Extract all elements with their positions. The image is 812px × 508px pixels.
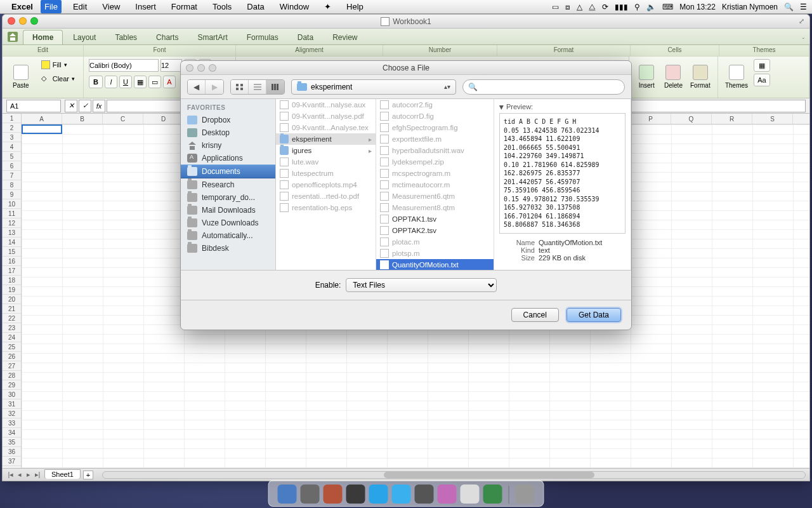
fx-button[interactable]: fx — [93, 100, 105, 112]
row-header[interactable]: 32 — [3, 409, 21, 418]
row-header[interactable]: 31 — [3, 399, 21, 409]
row-header[interactable]: 9 — [3, 190, 21, 199]
file-item[interactable]: mcspectrogram.m — [376, 168, 494, 179]
cancel-formula-button[interactable]: ✕ — [65, 100, 77, 112]
tab-smartart[interactable]: SmartArt — [188, 30, 236, 44]
column-header[interactable]: Q — [671, 114, 712, 124]
add-sheet-button[interactable]: + — [83, 471, 93, 479]
column-header[interactable]: D — [143, 114, 184, 124]
dock-excel-icon[interactable] — [483, 485, 502, 504]
row-header[interactable]: 28 — [3, 371, 21, 380]
file-item[interactable]: plotsp.m — [376, 248, 494, 259]
ribbon-expand-icon[interactable]: ˇ — [802, 37, 804, 44]
forward-button[interactable]: ▶ — [206, 80, 223, 94]
row-header[interactable]: 26 — [3, 352, 21, 361]
sidebar-item[interactable]: Dropbox — [181, 114, 275, 126]
menu-format[interactable]: Format — [167, 0, 201, 13]
insert-cells-button[interactable]: Insert — [634, 59, 658, 95]
row-header[interactable]: 33 — [3, 418, 21, 428]
column-header[interactable]: C — [103, 114, 143, 124]
file-item[interactable]: resentation-bg.eps — [276, 202, 376, 213]
sheet-nav[interactable]: |◂◂▸▸| — [6, 471, 42, 479]
row-header[interactable]: 16 — [3, 257, 21, 266]
dock-finder-icon[interactable] — [278, 485, 297, 504]
menu-edit[interactable]: Edit — [69, 0, 91, 13]
font-size-select[interactable] — [160, 59, 182, 72]
sidebar-item[interactable]: Desktop — [181, 126, 275, 139]
row-header[interactable]: 10 — [3, 199, 21, 209]
file-item[interactable]: 09-Kvantit...nalyse.aux — [276, 99, 376, 110]
status-dropbox-icon[interactable]: ⧈ — [565, 3, 570, 11]
sidebar-item[interactable]: temporary_do... — [181, 191, 275, 204]
name-box[interactable]: A1 — [6, 100, 61, 112]
row-header[interactable]: 3 — [3, 133, 21, 142]
row-header[interactable]: 11 — [3, 209, 21, 218]
back-button[interactable]: ◀ — [188, 80, 206, 94]
row-header[interactable]: 2 — [3, 123, 21, 133]
close-icon[interactable] — [8, 17, 15, 25]
file-item[interactable]: plotac.m — [376, 236, 494, 248]
row-header[interactable]: 20 — [3, 295, 21, 304]
row-header[interactable]: 24 — [3, 333, 21, 342]
menu-script-icon[interactable]: ✦ — [320, 0, 335, 13]
themes-button[interactable]: Themes — [723, 59, 750, 95]
row-header[interactable]: 25 — [3, 342, 21, 352]
zoom-icon[interactable] — [30, 17, 38, 25]
paste-button[interactable]: Paste — [8, 59, 34, 95]
row-header[interactable]: 23 — [3, 323, 21, 333]
enable-select[interactable]: Text Files — [346, 278, 497, 292]
file-item[interactable]: Measurement6.qtm — [376, 190, 494, 202]
menu-tools[interactable]: Tools — [209, 0, 235, 13]
status-user[interactable]: Kristian Nymoen — [722, 3, 778, 11]
file-item[interactable]: OPPTAK1.tsv — [376, 213, 494, 225]
fill-button[interactable]: Fill▾ — [38, 59, 78, 70]
row-header[interactable]: 30 — [3, 390, 21, 399]
list-view-button[interactable] — [249, 80, 266, 94]
file-item[interactable]: 09-Kvantit...nalyse.pdf — [276, 110, 376, 122]
theme-colors-button[interactable]: ▦ — [754, 59, 770, 72]
column-header[interactable]: P — [631, 114, 671, 124]
row-header[interactable]: 21 — [3, 304, 21, 314]
font-name-select[interactable] — [89, 59, 159, 72]
search-field[interactable]: 🔍 — [462, 79, 625, 95]
search-input[interactable] — [481, 83, 619, 91]
file-item[interactable]: autocorrD.fig — [376, 110, 494, 122]
file-item[interactable]: openofficeplots.mp4 — [276, 179, 376, 190]
column-1[interactable]: 09-Kvantit...nalyse.aux09-Kvantit...naly… — [276, 99, 376, 270]
format-cells-button[interactable]: Format — [688, 59, 712, 95]
dock-app-icon[interactable] — [324, 485, 343, 504]
tab-layout[interactable]: Layout — [64, 30, 105, 44]
file-item[interactable]: QuantityOfMotion.txt — [376, 259, 494, 270]
sidebar-item[interactable]: Applications — [181, 152, 275, 164]
row-header[interactable]: 36 — [3, 447, 21, 457]
status-notifications-icon[interactable]: ☰ — [800, 3, 807, 11]
file-item[interactable]: OPPTAK2.tsv — [376, 225, 494, 236]
row-headers[interactable]: 1234567891011121314151617181920212223242… — [3, 114, 22, 468]
row-header[interactable]: 14 — [3, 237, 21, 247]
row-header[interactable]: 8 — [3, 180, 21, 190]
sheet-tab-1[interactable]: Sheet1 — [44, 469, 81, 479]
dock-skype-icon[interactable] — [369, 485, 388, 504]
row-header[interactable]: 1 — [3, 114, 21, 123]
status-battery-icon[interactable]: ▮▮▮ — [615, 3, 628, 11]
row-header[interactable]: 35 — [3, 438, 21, 447]
status-volume-icon[interactable]: 🔈 — [646, 3, 656, 11]
theme-fonts-button[interactable]: Aa — [754, 74, 770, 86]
sidebar-item[interactable]: Vuze Downloads — [181, 217, 275, 229]
tab-data[interactable]: Data — [289, 30, 322, 44]
sidebar-item[interactable]: Research — [181, 178, 275, 191]
sidebar-item[interactable]: krisny — [181, 139, 275, 152]
row-header[interactable]: 15 — [3, 247, 21, 257]
file-item[interactable]: Measurement8.qtm — [376, 202, 494, 213]
disclosure-triangle-icon[interactable]: ▶ — [499, 105, 505, 110]
dialog-close-icon[interactable] — [186, 64, 193, 72]
file-item[interactable]: 09-Kvantit...Analyse.tex — [276, 122, 376, 133]
tab-review[interactable]: Review — [324, 30, 366, 44]
status-sync-icon[interactable]: ⟳ — [602, 3, 608, 11]
get-data-button[interactable]: Get Data — [566, 308, 621, 322]
file-item[interactable]: lutespectrum — [276, 168, 376, 179]
sidebar-item[interactable]: Mail Downloads — [181, 204, 275, 217]
column-header[interactable]: S — [752, 114, 793, 124]
collapse-ribbon-icon[interactable]: ⤢ — [799, 17, 804, 25]
row-header[interactable]: 22 — [3, 314, 21, 323]
